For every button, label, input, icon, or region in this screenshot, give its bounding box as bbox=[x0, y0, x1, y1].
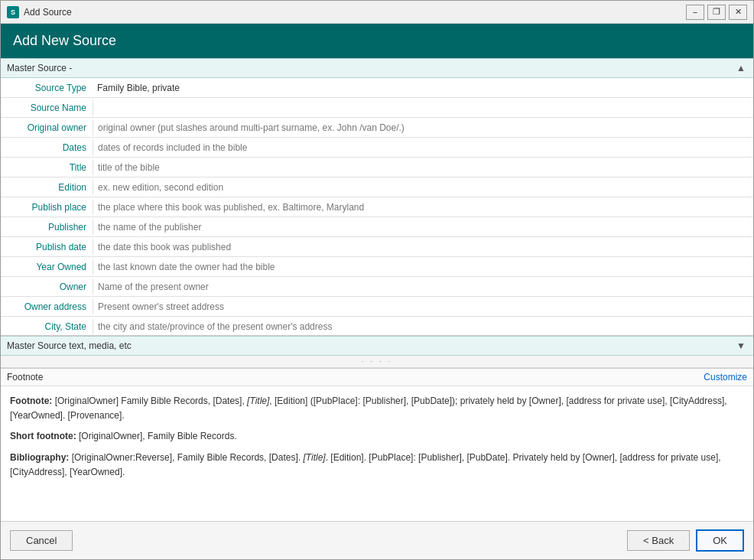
field-label-owner: Owner bbox=[1, 278, 93, 295]
master-source-header: Master Source - ▲ bbox=[1, 58, 753, 78]
restore-button[interactable]: ❐ bbox=[707, 5, 726, 20]
field-label-title: Title bbox=[1, 159, 93, 176]
field-input-publish-place[interactable] bbox=[93, 200, 753, 215]
app-header-title: Add New Source bbox=[13, 33, 116, 48]
field-row: Original owner bbox=[1, 118, 753, 138]
fields-inner: Source NameOriginal ownerDatesTitleEditi… bbox=[1, 98, 753, 336]
field-label-publish-date: Publish date bbox=[1, 239, 93, 256]
master-source-text-label: Master Source text, media, etc bbox=[7, 340, 132, 351]
drag-dots: · · · · bbox=[362, 357, 392, 366]
main-window: S Add Source − ❐ ✕ Add New Source Master… bbox=[0, 0, 754, 560]
footnote-body: [OriginalOwner] Family Bible Records, [D… bbox=[10, 396, 727, 421]
field-label-publish-place: Publish place bbox=[1, 199, 93, 216]
field-input-year-owned[interactable] bbox=[93, 259, 753, 275]
field-label-original-owner: Original owner bbox=[1, 119, 93, 136]
field-input-title[interactable] bbox=[93, 160, 753, 175]
field-label-publisher: Publisher bbox=[1, 219, 93, 236]
field-input-source-name[interactable] bbox=[93, 100, 753, 116]
field-input-publisher[interactable] bbox=[93, 220, 753, 235]
bibliography-label: Bibliography: bbox=[10, 452, 72, 463]
field-label-edition: Edition bbox=[1, 179, 93, 196]
short-footnote-text: Short footnote: [OriginalOwner], Family … bbox=[10, 429, 744, 444]
footnote-text: Footnote: [OriginalOwner] Family Bible R… bbox=[10, 394, 744, 423]
customize-link[interactable]: Customize bbox=[704, 372, 747, 383]
field-row: Title bbox=[1, 158, 753, 177]
field-label-source-name: Source Name bbox=[1, 99, 93, 116]
field-row: Edition bbox=[1, 177, 753, 197]
source-type-row: Source Type Family Bible, private bbox=[1, 78, 753, 98]
title-bar-buttons: − ❐ ✕ bbox=[686, 5, 747, 20]
scroll-up-icon[interactable]: ▲ bbox=[735, 62, 747, 74]
field-label-dates: Dates bbox=[1, 139, 93, 156]
field-row: Year Owned bbox=[1, 257, 753, 277]
scroll-down-icon[interactable]: ▼ bbox=[735, 340, 747, 352]
field-row: Publish place bbox=[1, 197, 753, 217]
field-row: Publish date bbox=[1, 237, 753, 257]
cancel-button[interactable]: Cancel bbox=[10, 530, 73, 551]
short-footnote-label: Short footnote: bbox=[10, 431, 79, 441]
back-button[interactable]: < Back bbox=[627, 530, 690, 551]
drag-handle[interactable]: · · · · bbox=[1, 356, 753, 368]
field-input-dates[interactable] bbox=[93, 140, 753, 155]
short-footnote-body: [OriginalOwner], Family Bible Records. bbox=[79, 431, 237, 441]
title-bar-text: Add Source bbox=[24, 7, 686, 18]
field-input-publish-date[interactable] bbox=[93, 239, 753, 255]
field-row: City, State bbox=[1, 317, 753, 336]
footnote-title: Footnote bbox=[7, 372, 43, 383]
minimize-button[interactable]: − bbox=[686, 5, 704, 20]
right-buttons: < Back OK bbox=[627, 529, 744, 552]
footnote-section: Footnote Customize Footnote: [OriginalOw… bbox=[1, 368, 753, 521]
field-input-owner-address[interactable] bbox=[93, 299, 753, 314]
app-icon: S bbox=[7, 6, 19, 18]
field-input-owner[interactable] bbox=[93, 279, 753, 295]
field-input-edition[interactable] bbox=[93, 180, 753, 195]
footnote-header: Footnote Customize bbox=[1, 369, 753, 386]
master-source-text-header: Master Source text, media, etc ▼ bbox=[1, 336, 753, 356]
ok-button[interactable]: OK bbox=[696, 529, 744, 552]
close-button[interactable]: ✕ bbox=[729, 5, 747, 20]
field-row: Owner address bbox=[1, 297, 753, 317]
field-label-city,-state: City, State bbox=[1, 318, 93, 335]
field-label-year-owned: Year Owned bbox=[1, 259, 93, 275]
source-type-label: Source Type bbox=[1, 80, 93, 96]
field-row: Dates bbox=[1, 138, 753, 158]
bibliography-text: Bibliography: [OriginalOwner:Reverse], F… bbox=[10, 451, 744, 480]
field-label-owner-address: Owner address bbox=[1, 298, 93, 315]
title-bar: S Add Source − ❐ ✕ bbox=[1, 1, 753, 24]
field-input-city,-state[interactable] bbox=[93, 319, 753, 334]
button-bar: Cancel < Back OK bbox=[1, 521, 753, 559]
footnote-bold-label: Footnote: bbox=[10, 396, 55, 406]
content-area: Master Source - ▲ Source Type Family Bib… bbox=[1, 58, 753, 521]
master-source-label: Master Source - bbox=[7, 63, 72, 73]
bibliography-body: [OriginalOwner:Reverse], Family Bible Re… bbox=[10, 452, 721, 477]
field-input-original-owner[interactable] bbox=[93, 120, 753, 135]
field-row: Publisher bbox=[1, 217, 753, 237]
app-header: Add New Source bbox=[1, 24, 753, 58]
field-row: Source Name bbox=[1, 98, 753, 118]
fields-container: Source Type Family Bible, private Source… bbox=[1, 78, 753, 336]
footnote-content: Footnote: [OriginalOwner] Family Bible R… bbox=[1, 386, 753, 521]
source-type-value: Family Bible, private bbox=[93, 80, 184, 96]
field-row: Owner bbox=[1, 277, 753, 297]
